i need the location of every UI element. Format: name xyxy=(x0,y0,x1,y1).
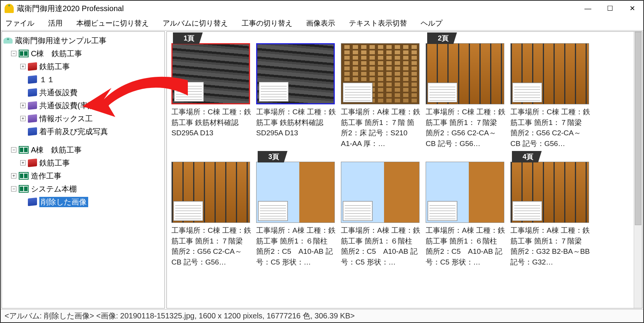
menu-file[interactable]: ファイル xyxy=(5,18,34,28)
page-badge: 3頁 xyxy=(258,151,287,162)
tree-item-label: 情報ボックス工 xyxy=(39,114,93,124)
project-icon xyxy=(3,37,13,44)
tree-node-deleted[interactable]: 削除した画像 xyxy=(20,195,163,208)
thumbnail-caption: 工事場所：C棟 工種：鉄筋工事 箇所1：７階梁 箇所2：G56 C2-CA～CB… xyxy=(510,107,591,149)
scrollbar-thumb[interactable] xyxy=(635,32,641,225)
thumbnail-card[interactable]: 工事場所：A棟 工種：鉄筋工事 箇所1：７階 箇所2：床 記号：S210 A1-… xyxy=(341,35,421,149)
page-badge: 1頁 xyxy=(173,32,203,44)
thumbnail-card[interactable]: 3頁 工事場所：A棟 工種：鉄筋工事 箇所1：６階柱 箇所2：C5 A10-AB… xyxy=(256,153,336,268)
thumbnail-image[interactable] xyxy=(256,43,335,104)
thumbnail-caption: 工事場所：C棟 工種：鉄筋工事 鉄筋材料確認 SD295A D13 xyxy=(171,107,252,149)
expand-icon[interactable]: + xyxy=(11,173,16,179)
menu-help[interactable]: ヘルプ xyxy=(421,18,442,28)
vertical-scrollbar[interactable] xyxy=(634,32,642,308)
thumbnail-card[interactable]: 4頁 工事場所：A棟 工種：鉄筋工事 箇所1：７階梁 箇所2：G32 B2-BA… xyxy=(510,153,591,268)
book-icon xyxy=(28,198,37,206)
tree-item-label: 共通仮設費(率計上)2 xyxy=(39,101,110,111)
tree-node-zousaku[interactable]: + 造作工事 xyxy=(11,169,163,182)
thumbnail-image[interactable] xyxy=(171,162,250,223)
maximize-button[interactable]: ☐ xyxy=(599,1,621,16)
tree-node-c-11[interactable]: １１ xyxy=(20,73,163,86)
thumbnail-panel: 1頁 工事場所：C棟 工種：鉄筋工事 鉄筋材料確認 SD295A D13 工事場… xyxy=(166,31,642,308)
menu-switch-project[interactable]: 工事の切り替え xyxy=(242,18,292,28)
thumbnail-card[interactable]: 工事場所：C棟 工種：鉄筋工事 箇所1：７階梁 箇所2：G56 C2-CA～CB… xyxy=(510,35,591,149)
menubar: ファイル 活用 本棚ビューに切り替え アルバムに切り替え 工事の切り替え 画像表… xyxy=(1,16,643,31)
thumbnail-card[interactable]: 工事場所：A棟 工種：鉄筋工事 箇所1：６階柱 箇所2：C5 A10-AB 記号… xyxy=(426,153,506,268)
tree-item-label: 鉄筋工事 xyxy=(39,62,70,72)
page-badge: 4頁 xyxy=(512,151,542,162)
menu-image-display[interactable]: 画像表示 xyxy=(306,18,335,28)
thumbnail-grid: 1頁 工事場所：C棟 工種：鉄筋工事 鉄筋材料確認 SD295A D13 工事場… xyxy=(171,35,631,268)
tree-z-label: 造作工事 xyxy=(31,171,61,181)
tree-item-label: 削除した画像 xyxy=(39,197,88,207)
thumbnail-caption: 工事場所：A棟 工種：鉄筋工事 箇所1：７階梁 箇所2：G32 B2-BA～BB… xyxy=(510,225,591,268)
tree-node-c-rebar[interactable]: + 鉄筋工事 xyxy=(20,60,163,73)
thumbnail-caption: 工事場所：C棟 工種：鉄筋工事 鉄筋材料確認 SD295A D13 xyxy=(256,107,336,149)
tree-node-c-completion[interactable]: 着手前及び完成写真 xyxy=(20,125,163,138)
menu-album-view[interactable]: アルバムに切り替え xyxy=(163,18,228,28)
expand-icon[interactable]: + xyxy=(20,103,26,108)
thumbnail-scroll-area[interactable]: 1頁 工事場所：C棟 工種：鉄筋工事 鉄筋材料確認 SD295A D13 工事場… xyxy=(167,32,634,308)
tree-node-c-common2[interactable]: + 共通仮設費(率計上)2 xyxy=(20,99,163,112)
window-controls: — ☐ ✕ xyxy=(577,1,643,16)
thumbnail-card[interactable]: 工事場所：A棟 工種：鉄筋工事 箇所1：６階柱 箇所2：C5 A10-AB 記号… xyxy=(341,153,421,268)
tree-node-c-infobox[interactable]: + 情報ボックス工 xyxy=(20,112,163,125)
thumbnail-image[interactable] xyxy=(426,43,504,104)
tree-node-a-rebar[interactable]: + 鉄筋工事 xyxy=(20,156,163,169)
shelf-icon xyxy=(19,146,29,154)
shelf-icon xyxy=(19,172,29,180)
thumbnail-card[interactable]: 工事場所：C棟 工種：鉄筋工事 鉄筋材料確認 SD295A D13 xyxy=(256,35,336,149)
thumbnail-image[interactable] xyxy=(171,43,250,104)
thumbnail-image[interactable] xyxy=(426,162,504,223)
shelf-icon xyxy=(19,50,29,57)
tree-item-label: １１ xyxy=(39,75,55,85)
shelf-icon xyxy=(19,185,29,193)
close-button[interactable]: ✕ xyxy=(621,1,643,16)
book-icon xyxy=(28,88,37,97)
minimize-button[interactable]: — xyxy=(577,1,599,16)
menu-shelf-view[interactable]: 本棚ビューに切り替え xyxy=(76,18,149,28)
menu-text-toggle[interactable]: テキスト表示切替 xyxy=(349,18,407,28)
book-icon xyxy=(28,159,37,167)
tree-node-c-common[interactable]: 共通仮設費 xyxy=(20,86,163,99)
main-body: 蔵衛門御用達サンプル工事 − C棟 鉄筋工事 + 鉄筋工事 １１ xyxy=(1,31,643,309)
book-icon xyxy=(28,127,37,136)
tree-a-label: A棟 鉄筋工事 xyxy=(31,145,82,155)
thumbnail-image[interactable] xyxy=(341,43,420,104)
expand-icon[interactable]: + xyxy=(20,160,26,166)
tree-root[interactable]: 蔵衛門御用達サンプル工事 xyxy=(3,34,163,47)
window-title: 蔵衛門御用達2020 Professional xyxy=(17,3,124,14)
tree-item-label: 共通仮設費 xyxy=(39,88,77,98)
tree-node-a[interactable]: − A棟 鉄筋工事 xyxy=(11,143,163,156)
book-icon xyxy=(28,62,37,71)
tree-s-label: システム本棚 xyxy=(31,184,77,194)
thumbnail-image[interactable] xyxy=(256,162,335,223)
thumbnail-card[interactable]: 1頁 工事場所：C棟 工種：鉄筋工事 鉄筋材料確認 SD295A D13 xyxy=(171,35,252,149)
titlebar[interactable]: 蔵衛門御用達2020 Professional — ☐ ✕ xyxy=(1,1,643,16)
thumbnail-image[interactable] xyxy=(341,162,420,223)
collapse-icon[interactable]: − xyxy=(11,186,16,192)
tree-item-label: 鉄筋工事 xyxy=(39,158,70,168)
book-icon xyxy=(28,75,37,84)
thumbnail-card[interactable]: 工事場所：C棟 工種：鉄筋工事 箇所1：７階梁 箇所2：G56 C2-CA～CB… xyxy=(171,153,252,268)
thumbnail-caption: 工事場所：A棟 工種：鉄筋工事 箇所1：７階 箇所2：床 記号：S210 A1-… xyxy=(341,107,421,149)
collapse-icon[interactable]: − xyxy=(11,51,16,56)
expand-icon[interactable]: + xyxy=(20,64,26,69)
collapse-icon[interactable]: − xyxy=(11,147,16,153)
thumbnail-caption: 工事場所：A棟 工種：鉄筋工事 箇所1：６階柱 箇所2：C5 A10-AB 記号… xyxy=(341,225,421,268)
tree-item-label: 着手前及び完成写真 xyxy=(39,127,108,137)
tree-node-c[interactable]: − C棟 鉄筋工事 xyxy=(11,47,163,60)
page-badge: 2頁 xyxy=(427,32,457,44)
thumbnail-caption: 工事場所：C棟 工種：鉄筋工事 箇所1：７階梁 箇所2：G56 C2-CA～CB… xyxy=(426,107,506,149)
tree-root-label: 蔵衛門御用達サンプル工事 xyxy=(15,36,107,46)
tree-node-system[interactable]: − システム本棚 xyxy=(11,182,163,195)
project-tree: 蔵衛門御用達サンプル工事 − C棟 鉄筋工事 + 鉄筋工事 １１ xyxy=(3,34,163,208)
thumbnail-image[interactable] xyxy=(510,43,589,104)
app-window: 蔵衛門御用達2020 Professional — ☐ ✕ ファイル 活用 本棚… xyxy=(0,0,644,323)
thumbnail-card[interactable]: 2頁 工事場所：C棟 工種：鉄筋工事 箇所1：７階梁 箇所2：G56 C2-CA… xyxy=(426,35,506,149)
thumbnail-caption: 工事場所：A棟 工種：鉄筋工事 箇所1：６階柱 箇所2：C5 A10-AB 記号… xyxy=(426,225,506,268)
expand-icon[interactable]: + xyxy=(20,116,26,121)
thumbnail-caption: 工事場所：C棟 工種：鉄筋工事 箇所1：７階梁 箇所2：G56 C2-CA～CB… xyxy=(171,225,252,268)
menu-use[interactable]: 活用 xyxy=(48,18,63,28)
thumbnail-image[interactable] xyxy=(510,162,589,223)
